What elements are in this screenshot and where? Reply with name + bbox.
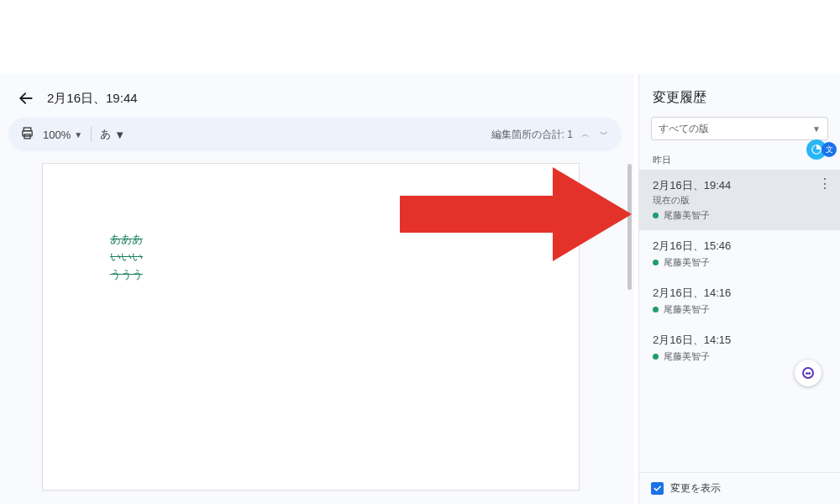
- language-label: あ: [100, 127, 111, 142]
- author-dot-icon: [653, 260, 659, 265]
- edits-counter: 編集箇所の合計: 1 ︿ ﹀: [491, 128, 610, 142]
- version-author: 尾藤美智子: [653, 303, 827, 316]
- version-item[interactable]: 2月16日、15:46尾藤美智子: [639, 230, 840, 277]
- version-author: 尾藤美智子: [653, 209, 827, 222]
- toolbar-divider: [91, 127, 92, 142]
- version-item[interactable]: 2月16日、19:44現在の版尾藤美智子⋮: [639, 170, 840, 230]
- version-item[interactable]: 2月16日、14:16尾藤美智子: [639, 277, 840, 324]
- zoom-dropdown[interactable]: 100% ▼: [43, 129, 82, 141]
- version-history-sidebar: 変更履歴 すべての版 ▼ 昨日 2月16日、19:44現在の版尾藤美智子⋮2月1…: [638, 74, 840, 504]
- author-dot-icon: [653, 307, 659, 312]
- header: 2月16日、19:44: [17, 89, 138, 108]
- doc-line: あああ: [110, 231, 143, 249]
- show-changes-label: 変更を表示: [670, 481, 721, 496]
- prev-edit-button[interactable]: ︿: [580, 129, 591, 140]
- chevron-down-icon: ▼: [74, 130, 82, 139]
- sidebar-title: 変更履歴: [639, 74, 840, 117]
- version-time: 2月16日、14:15: [653, 333, 827, 348]
- author-dot-icon: [653, 354, 659, 360]
- version-time: 2月16日、15:46: [653, 239, 827, 254]
- next-edit-button[interactable]: ﹀: [598, 129, 610, 140]
- language-toggle[interactable]: あ ▼: [100, 127, 125, 142]
- sidebar-footer: 変更を表示: [639, 472, 840, 504]
- zoom-value: 100%: [43, 129, 71, 141]
- show-changes-checkbox[interactable]: [651, 482, 664, 495]
- version-time: 2月16日、14:16: [653, 286, 827, 301]
- more-options-icon[interactable]: ⋮: [818, 180, 832, 188]
- version-time: 2月16日、19:44: [653, 178, 827, 193]
- toolbar: 100% ▼ あ ▼ 編集箇所の合計: 1 ︿ ﹀: [8, 118, 622, 151]
- assistant-face-icon: [802, 367, 814, 379]
- back-arrow-icon[interactable]: [17, 89, 35, 108]
- translate-icon: 文: [822, 142, 837, 157]
- doc-line: いいい: [110, 249, 143, 266]
- version-filter-label: すべての版: [659, 122, 709, 136]
- chevron-down-icon: ▼: [812, 124, 821, 134]
- page-title: 2月16日、19:44: [47, 91, 138, 107]
- scrollbar[interactable]: [627, 164, 632, 290]
- print-icon[interactable]: [20, 126, 34, 144]
- author-dot-icon: [653, 213, 659, 218]
- version-filter-dropdown[interactable]: すべての版 ▼: [651, 117, 828, 140]
- document-content: あああ いいい ううう: [110, 231, 143, 283]
- assistant-button[interactable]: [795, 360, 822, 386]
- doc-line: ううう: [110, 266, 143, 284]
- edits-count-label: 編集箇所の合計: 1: [491, 128, 573, 142]
- version-subtitle: 現在の版: [653, 195, 827, 207]
- version-list: 2月16日、19:44現在の版尾藤美智子⋮2月16日、15:46尾藤美智子2月1…: [639, 170, 840, 472]
- extension-badge[interactable]: 文: [806, 139, 837, 160]
- chevron-down-icon: ▼: [114, 129, 125, 141]
- version-author: 尾藤美智子: [653, 256, 827, 269]
- document-page: あああ いいい ううう: [42, 163, 580, 491]
